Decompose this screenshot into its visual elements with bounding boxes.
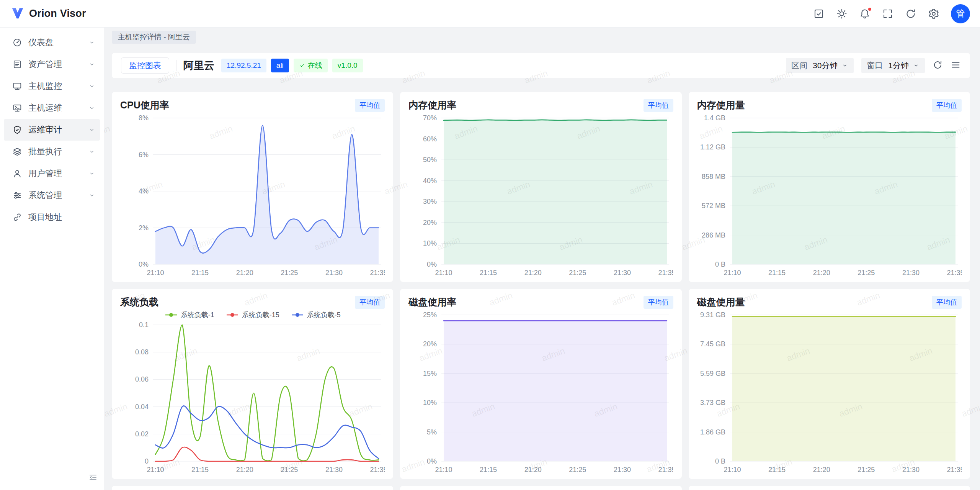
svg-text:21:30: 21:30 — [325, 269, 343, 277]
svg-text:21:10: 21:10 — [435, 466, 452, 474]
range-select[interactable]: 区间 30分钟 — [786, 58, 854, 73]
host-version-tag: v1.0.0 — [332, 59, 363, 72]
menu-lines-icon — [951, 60, 961, 70]
chevron-down-icon — [88, 170, 95, 177]
theme-sun-button[interactable] — [836, 8, 848, 20]
range-select-value: 30分钟 — [813, 60, 838, 71]
chevron-down-icon — [88, 83, 95, 90]
chart-title: 磁盘使用量 — [697, 296, 745, 308]
average-badge: 平均值 — [355, 296, 385, 309]
breadcrumb[interactable]: 主机监控详情 - 阿里云 — [112, 31, 196, 44]
sidebar-item-assets[interactable]: 资产管理 — [4, 54, 100, 75]
svg-text:21:30: 21:30 — [902, 269, 920, 277]
tag-text: 在线 — [308, 61, 322, 70]
chevron-down-icon — [88, 61, 95, 68]
svg-text:21:10: 21:10 — [724, 269, 741, 277]
svg-text:21:15: 21:15 — [191, 269, 209, 277]
svg-text:70%: 70% — [423, 114, 437, 122]
menu-lines-icon — [951, 60, 961, 71]
assets-icon — [12, 59, 22, 69]
chart-plot: 0 B1.86 GB3.73 GB5.59 GB7.45 GB9.31 GB21… — [697, 310, 962, 476]
chevron-down-icon — [88, 39, 95, 46]
legend-entry[interactable]: 系统负载-15 — [226, 310, 279, 320]
svg-text:572 MB: 572 MB — [702, 202, 725, 210]
svg-text:21:35: 21:35 — [370, 466, 385, 474]
series-area — [732, 132, 956, 264]
sidebar-item-project-link[interactable]: 项目地址 — [4, 206, 100, 228]
chart-plot: 0%10%20%30%40%50%60%70%21:1021:1521:2021… — [408, 113, 673, 279]
sidebar-item-label: 仪表盘 — [28, 37, 88, 48]
chart-canvas: 0%2%4%6%8%21:1021:1521:2021:2521:3021:35 — [120, 113, 385, 279]
host-toolbar-left: 监控图表 阿里云 12.92.5.21ali在线v1.0.0 — [121, 57, 363, 74]
divider — [176, 60, 176, 71]
user-avatar[interactable]: 管 — [951, 4, 970, 23]
chart-plot: 0%2%4%6%8%21:1021:1521:2021:2521:3021:35 — [120, 113, 385, 279]
chart-plot: 0%5%10%15%20%25%21:1021:1521:2021:2521:3… — [408, 310, 673, 476]
svg-text:21:10: 21:10 — [724, 466, 741, 474]
svg-text:0.06: 0.06 — [135, 375, 149, 383]
svg-text:0.08: 0.08 — [135, 348, 149, 356]
batch-exec-icon — [12, 147, 22, 157]
watermark-text: admin — [470, 28, 497, 30]
sidebar-item-host-monitor[interactable]: 主机监控 — [4, 75, 100, 97]
chevron-down-icon — [841, 62, 848, 69]
refresh-icon — [933, 60, 943, 70]
svg-text:21:25: 21:25 — [569, 466, 586, 474]
series-line — [732, 132, 956, 133]
svg-text:21:20: 21:20 — [236, 269, 253, 277]
chart-card-head: 磁盘使用量平均值 — [697, 296, 962, 309]
orion-visor-logo-glyph — [11, 6, 24, 20]
svg-text:20%: 20% — [423, 219, 437, 226]
average-badge: 平均值 — [355, 99, 385, 112]
svg-text:21:20: 21:20 — [236, 466, 253, 474]
chart-card-stub — [112, 486, 393, 490]
svg-text:0 B: 0 B — [715, 261, 725, 268]
svg-text:21:35: 21:35 — [370, 269, 385, 277]
sidebar-item-ops-audit[interactable]: 运维审计 — [4, 119, 100, 141]
svg-text:6%: 6% — [139, 151, 149, 159]
legend-entry[interactable]: 系统负载-1 — [165, 310, 214, 320]
chart-plot: 0 B286 MB572 MB858 MB1.12 GB1.4 GB21:102… — [697, 113, 962, 279]
tasklist-button[interactable] — [813, 8, 825, 20]
settings-gear-button[interactable] — [928, 8, 939, 20]
legend-marker — [291, 312, 304, 318]
watermark-text: admin — [715, 28, 742, 30]
monitor-chart-tab[interactable]: 监控图表 — [121, 57, 169, 74]
check-icon — [299, 62, 305, 69]
svg-text:15%: 15% — [423, 370, 437, 377]
series-area — [444, 120, 667, 264]
host-status-tag: 在线 — [294, 59, 328, 72]
sidebar-collapse-button[interactable] — [88, 473, 98, 483]
svg-text:21:25: 21:25 — [858, 269, 875, 277]
svg-text:21:15: 21:15 — [480, 269, 497, 277]
chevron-down-icon — [88, 126, 95, 133]
sidebar-item-host-ops[interactable]: 主机运维 — [4, 97, 100, 119]
legend-entry[interactable]: 系统负载-5 — [291, 310, 341, 320]
svg-text:21:15: 21:15 — [191, 466, 209, 474]
sidebar-item-system-mgmt[interactable]: 系统管理 — [4, 185, 100, 206]
dashboard-icon — [12, 38, 22, 48]
avatar-text: 管 — [956, 8, 965, 20]
svg-text:0: 0 — [145, 457, 149, 465]
range-select-label: 区间 — [791, 60, 807, 71]
chart-layout-button[interactable] — [951, 60, 961, 71]
sidebar-item-batch-exec[interactable]: 批量执行 — [4, 141, 100, 162]
svg-text:21:25: 21:25 — [281, 466, 298, 474]
host-monitor-icon — [12, 81, 22, 91]
series-area — [444, 321, 667, 461]
refresh-icon — [933, 60, 943, 71]
host-name: 阿里云 — [183, 59, 214, 72]
sidebar-item-user-mgmt[interactable]: 用户管理 — [4, 163, 100, 184]
window-select[interactable]: 窗口 1分钟 — [861, 58, 925, 73]
sidebar-item-dashboard[interactable]: 仪表盘 — [4, 32, 100, 53]
host-ip-tag: 12.92.5.21 — [221, 59, 266, 72]
topbar: Orion Visor 管 — [0, 0, 980, 28]
refresh-button[interactable] — [905, 8, 916, 20]
svg-text:30%: 30% — [423, 198, 437, 205]
charts-grid-next-row — [112, 486, 970, 490]
fullscreen-button[interactable] — [882, 8, 893, 20]
refresh-charts-button[interactable] — [933, 60, 943, 71]
notification-bell-button[interactable] — [859, 8, 871, 20]
chevron-down-icon — [841, 62, 848, 69]
chevron-down-icon — [88, 170, 95, 177]
